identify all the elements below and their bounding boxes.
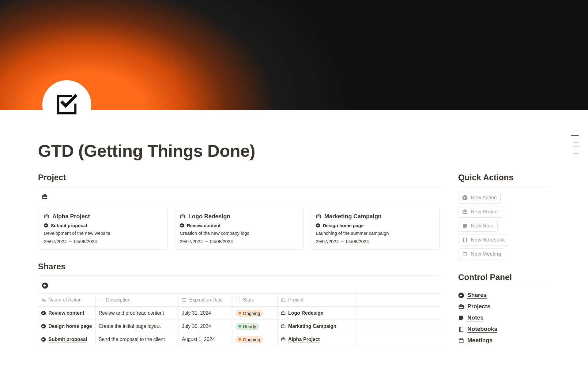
table-row[interactable]: Submit proposal Send the proposal to the… [38,333,440,346]
quick-action-label: New Meeting [471,251,501,257]
state-badge: Ongoing [236,310,263,317]
quick-action-label: New Notebook [471,237,505,243]
col-desc-header[interactable]: Description [96,294,179,306]
text-icon [41,298,46,302]
quick-action-label: New Note [471,223,494,229]
control-panel-label: Notebooks [467,326,497,333]
project-action: Design home page [323,223,364,228]
project-action: Submit proposal [51,223,87,228]
project-link[interactable]: Marketing Campaign [288,324,336,329]
project-desc: Creation of the new company logo [180,230,298,236]
divider [458,286,550,286]
project-name: Logo Redesign [188,213,230,220]
control-panel-notebooks[interactable]: Notebooks [458,326,550,333]
project-name: Marketing Campaign [324,213,382,220]
calendar-icon [462,251,468,257]
quick-actions-heading: Quick Actions [458,173,550,182]
calendar-icon [182,298,187,302]
arrow-icon [44,223,48,228]
action-name[interactable]: Submit proposal [48,337,87,343]
quick-action-label: New Project [471,209,499,215]
project-card[interactable]: Alpha Project Submit proposal Developmen… [38,208,168,250]
action-exp: July 31, 2024 [182,310,211,316]
control-panel-label: Notes [467,314,484,321]
control-panel-label: Projects [467,303,490,310]
state-badge: Ongoing [236,336,263,343]
arrow-icon [180,223,184,228]
project-card[interactable]: Marketing Campaign Design home page Laun… [310,208,440,250]
project-card[interactable]: Logo Redesign Review content Creation of… [174,208,304,250]
page-title[interactable]: GTD (Getting Things Done) [38,141,550,161]
briefcase-icon [281,337,286,342]
project-link[interactable]: Alpha Project [288,337,320,343]
arrow-icon [458,292,464,298]
action-name[interactable]: Review content [48,310,84,316]
control-panel-label: Meetings [467,337,492,344]
hero-banner [0,0,588,110]
shares-table: Name of Action Description Expiration Da… [38,293,440,346]
project-name: Alpha Project [52,213,90,220]
col-name-header[interactable]: Name of Action [38,294,96,306]
action-exp: August 1, 2024 [182,337,215,342]
quick-action-new-meeting[interactable]: New Meeting [458,248,505,260]
quick-action-new-note[interactable]: New Note [458,220,498,232]
page-icon[interactable] [42,80,91,129]
shares-group-icon[interactable] [38,281,440,293]
action-desc: Create the initial page layout [99,324,161,329]
divider [458,186,550,186]
arrow-icon [41,311,46,316]
divider [38,275,440,275]
arrow-icon [316,223,320,228]
project-desc: Development of the new website [44,230,162,236]
project-link[interactable]: Logo Redesign [288,310,324,316]
table-row[interactable]: Design home page Create the initial page… [38,320,440,333]
briefcase-icon [44,214,49,219]
arrow-icon [462,195,468,200]
project-action: Review content [187,223,221,228]
spinner-icon [236,298,240,302]
note-icon [458,315,464,321]
control-panel-projects[interactable]: Projects [458,303,550,310]
notebook-icon [458,326,464,332]
quick-action-label: New Action [471,195,497,201]
quick-action-new-action[interactable]: New Action [458,192,501,204]
notebook-icon [462,237,468,243]
briefcase-icon [462,209,468,215]
project-desc: Launching of the summer campaign [316,230,434,236]
note-icon [462,223,468,229]
project-heading: Project [38,173,440,182]
project-date: 29/07/2024 → 04/08/2024 [44,239,162,244]
project-group-icon[interactable] [38,192,440,208]
briefcase-icon [458,304,464,310]
control-panel-heading: Control Panel [458,273,550,282]
briefcase-icon [281,298,286,302]
control-panel-notes[interactable]: Notes [458,314,550,321]
arrow-icon [41,324,46,329]
calendar-icon [458,338,464,344]
col-project-header[interactable]: Project [278,294,356,306]
action-desc: Send the proposal to the client [99,337,165,342]
shares-heading: Shares [38,262,440,272]
table-header-row: Name of Action Description Expiration Da… [38,294,440,307]
briefcase-icon [281,324,286,329]
col-exp-header[interactable]: Expiration Date [179,294,232,306]
arrow-icon [41,337,46,342]
control-panel-label: Shares [467,292,487,299]
briefcase-icon [316,214,321,219]
lines-icon [99,298,104,302]
control-panel-shares[interactable]: Shares [458,292,550,299]
quick-action-new-project[interactable]: New Project [458,206,503,218]
control-panel-meetings[interactable]: Meetings [458,337,550,344]
divider [38,186,440,186]
project-date: 29/07/2024 → 04/08/2024 [180,239,298,244]
action-name[interactable]: Design home page [48,324,92,329]
briefcase-icon [180,214,185,219]
table-row[interactable]: Review content Review and proofread cont… [38,307,440,320]
action-exp: July 30, 2024 [182,324,211,329]
action-desc: Review and proofread content [99,310,164,316]
table-of-contents[interactable] [570,135,579,154]
project-date: 29/07/2024 → 04/08/2024 [316,239,434,244]
checkbox-icon [54,92,80,118]
col-state-header[interactable]: State [232,294,278,306]
quick-action-new-notebook[interactable]: New Notebook [458,234,509,246]
